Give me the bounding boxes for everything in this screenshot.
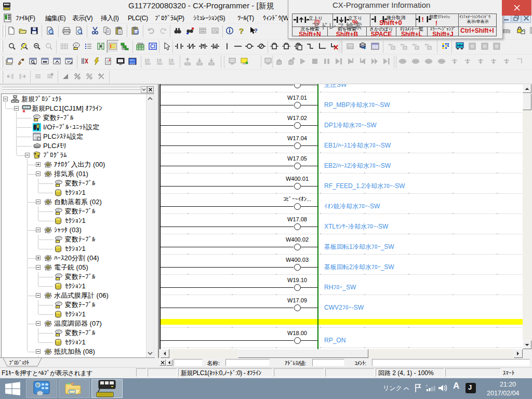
- svg-text:PLC: PLC: [348, 46, 354, 49]
- svg-text:16: 16: [168, 58, 174, 63]
- svg-text:?: ?: [239, 26, 244, 35]
- svg-text:*: *: [426, 384, 428, 388]
- svg-text:?: ?: [254, 28, 258, 34]
- svg-text:010: 010: [130, 62, 136, 65]
- svg-text:CB: CB: [135, 31, 139, 34]
- svg-text:B: B: [216, 31, 218, 34]
- svg-text:10: 10: [156, 58, 162, 63]
- svg-text:SMA: SMA: [137, 42, 143, 45]
- svg-text:HH: HH: [457, 43, 463, 48]
- svg-text:!: !: [422, 16, 424, 23]
- svg-text:10: 10: [144, 58, 150, 63]
- svg-text:CI: CI: [150, 44, 155, 49]
